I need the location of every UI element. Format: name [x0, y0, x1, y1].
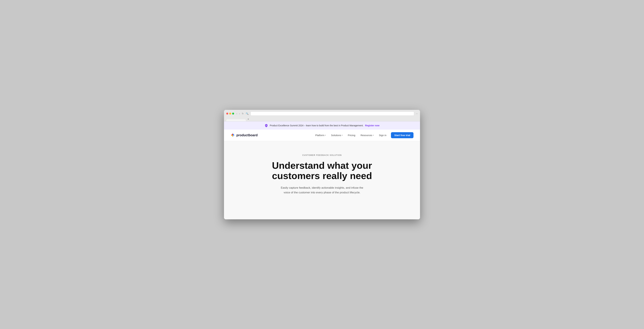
browser-controls: ‹ › ↻ 🔍 ···	[226, 111, 418, 116]
shield-icon	[264, 124, 268, 127]
announcement-banner: Product Excellence Summit 2024 – learn h…	[224, 121, 420, 130]
nav-solutions[interactable]: Solutions ▾	[329, 132, 344, 138]
nav-buttons: ‹ › ↻ 🔍	[236, 112, 249, 115]
svg-marker-2	[231, 135, 233, 137]
chevron-down-icon: ▾	[342, 134, 342, 136]
browser-more-button[interactable]: ···	[416, 112, 418, 115]
maximize-button[interactable]	[232, 113, 234, 115]
hero-eyebrow: CUSTOMER FEEDBACK SOLUTION	[230, 154, 414, 156]
start-trial-button[interactable]: Start free trial	[391, 132, 414, 138]
sign-in-button[interactable]: Sign in	[377, 132, 388, 138]
address-bar-wrapper: ‹ › ↻ 🔍	[236, 111, 414, 116]
hero-section: CUSTOMER FEEDBACK SOLUTION Understand wh…	[224, 141, 420, 205]
browser-window: ‹ › ↻ 🔍 ··· + Product Excellence Su	[224, 110, 420, 219]
forward-button[interactable]: ›	[238, 112, 241, 115]
close-button[interactable]	[226, 113, 228, 115]
hero-title: Understand what your customers really ne…	[257, 160, 387, 181]
tab-bar: +	[226, 117, 418, 121]
minimize-button[interactable]	[229, 113, 231, 115]
reload-button[interactable]: ↻	[241, 112, 244, 115]
address-input[interactable]	[250, 111, 414, 116]
browser-chrome: ‹ › ↻ 🔍 ··· +	[224, 110, 420, 121]
logo[interactable]: productboard	[230, 133, 258, 137]
navbar: productboard Platform ▾ Solutions ▾ Pric…	[224, 130, 420, 141]
nav-pricing[interactable]: Pricing	[346, 132, 357, 138]
nav-links: Platform ▾ Solutions ▾ Pricing Resources…	[313, 132, 414, 138]
nav-platform[interactable]: Platform ▾	[313, 132, 328, 138]
active-tab[interactable]	[226, 119, 246, 121]
new-tab-button[interactable]: +	[246, 117, 250, 121]
svg-marker-1	[233, 133, 234, 135]
search-button[interactable]: 🔍	[245, 112, 249, 115]
banner-text: Product Excellence Summit 2024 – learn h…	[270, 124, 364, 127]
svg-marker-4	[233, 135, 234, 137]
hero-subtitle: Easily capture feedback, identify action…	[278, 186, 366, 195]
page-content: Product Excellence Summit 2024 – learn h…	[224, 121, 420, 219]
banner-link[interactable]: Register now	[365, 124, 380, 127]
logo-icon	[230, 133, 235, 137]
back-button[interactable]: ‹	[236, 112, 238, 115]
svg-marker-0	[231, 133, 233, 135]
chevron-down-icon: ▾	[373, 134, 374, 136]
nav-resources[interactable]: Resources ▾	[358, 132, 376, 138]
chevron-down-icon: ▾	[325, 134, 326, 136]
traffic-lights	[226, 113, 234, 115]
logo-text: productboard	[236, 133, 258, 137]
